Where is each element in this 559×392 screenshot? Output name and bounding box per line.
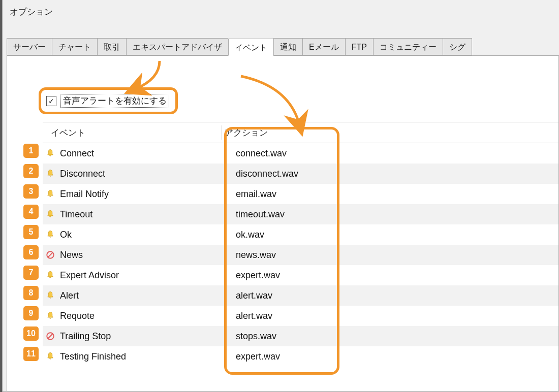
tab-0[interactable]: サーバー bbox=[7, 38, 52, 55]
table-row[interactable]: Trailing Stopstops.wav bbox=[43, 326, 558, 346]
row-icon bbox=[43, 210, 58, 219]
bell-icon bbox=[46, 169, 55, 178]
table-row[interactable]: Okok.wav bbox=[43, 224, 558, 245]
row-event-name: Testing Finished bbox=[58, 351, 222, 362]
bell-icon bbox=[46, 189, 55, 199]
annotation-number: 10 bbox=[23, 326, 39, 341]
row-action-file[interactable]: timeout.wav bbox=[222, 209, 285, 220]
table-row[interactable]: Connectconnect.wav bbox=[43, 143, 558, 164]
tab-9[interactable]: シグ bbox=[443, 38, 472, 55]
row-event-name: Ok bbox=[58, 230, 222, 240]
table-row[interactable]: Timeouttimeout.wav bbox=[43, 204, 558, 224]
bell-icon bbox=[46, 311, 55, 320]
svg-line-1 bbox=[48, 253, 53, 257]
annotation-number: 7 bbox=[23, 266, 39, 280]
table-row[interactable]: Expert Advisorexpert.wav bbox=[43, 265, 558, 285]
tab-events-content: ✓ 音声アラートを有効にする 1234567891011 イベント アクション … bbox=[7, 56, 559, 391]
row-action-file[interactable]: stops.wav bbox=[222, 331, 276, 342]
annotation-number: 1 bbox=[23, 144, 39, 158]
row-action-file[interactable]: news.wav bbox=[222, 250, 276, 260]
row-icon bbox=[43, 189, 58, 199]
bell-icon bbox=[46, 149, 55, 158]
column-separator bbox=[222, 125, 222, 140]
annotation-number: 5 bbox=[23, 225, 39, 239]
table-row[interactable]: Email Notifyemail.wav bbox=[43, 184, 558, 204]
svg-line-3 bbox=[48, 334, 53, 339]
annotation-number: 6 bbox=[23, 245, 39, 259]
annotation-number: 2 bbox=[23, 164, 39, 178]
row-icon bbox=[43, 169, 58, 178]
row-icon bbox=[43, 291, 58, 300]
tab-3[interactable]: エキスパートアドバイザ bbox=[126, 38, 228, 55]
bell-icon bbox=[46, 352, 55, 361]
tab-7[interactable]: FTP bbox=[345, 38, 373, 55]
enable-audio-alerts-checkbox[interactable]: ✓ bbox=[46, 96, 56, 106]
row-icon bbox=[43, 352, 58, 361]
annotation-number: 9 bbox=[23, 306, 39, 320]
window-title: オプション bbox=[3, 0, 559, 23]
row-icon bbox=[43, 149, 58, 158]
table-row[interactable]: Testing Finishedexpert.wav bbox=[43, 346, 558, 367]
row-icon bbox=[43, 332, 58, 341]
enable-audio-alerts-label: 音声アラートを有効にする bbox=[60, 94, 169, 108]
annotation-number: 8 bbox=[23, 286, 39, 300]
row-icon bbox=[43, 311, 58, 320]
disabled-icon bbox=[46, 332, 55, 341]
annotation-numbers: 1234567891011 bbox=[23, 144, 39, 367]
row-action-file[interactable]: email.wav bbox=[222, 189, 276, 200]
row-action-file[interactable]: disconnect.wav bbox=[222, 169, 298, 179]
row-action-file[interactable]: expert.wav bbox=[222, 270, 280, 281]
tab-4[interactable]: イベント bbox=[228, 39, 273, 56]
disabled-icon bbox=[46, 250, 55, 259]
tab-8[interactable]: コミュニティー bbox=[373, 38, 443, 55]
row-action-file[interactable]: connect.wav bbox=[222, 148, 287, 159]
tab-5[interactable]: 通知 bbox=[273, 38, 302, 55]
annotation-number: 3 bbox=[23, 184, 39, 199]
table-row[interactable]: Alertalert.wav bbox=[43, 285, 558, 306]
table-row[interactable]: Newsnews.wav bbox=[43, 245, 558, 265]
bell-icon bbox=[46, 271, 55, 280]
header-event[interactable]: イベント bbox=[43, 127, 222, 139]
enable-audio-alerts-callout: ✓ 音声アラートを有効にする bbox=[39, 87, 178, 114]
row-event-name: Connect bbox=[58, 148, 222, 159]
bell-icon bbox=[46, 291, 55, 300]
row-icon bbox=[43, 250, 58, 259]
row-event-name: Email Notify bbox=[58, 189, 222, 200]
row-icon bbox=[43, 230, 58, 239]
row-event-name: Disconnect bbox=[58, 169, 222, 179]
row-action-file[interactable]: expert.wav bbox=[222, 351, 280, 362]
table-row[interactable]: Disconnectdisconnect.wav bbox=[43, 164, 558, 184]
row-icon bbox=[43, 271, 58, 280]
table-body: Connectconnect.wavDisconnectdisconnect.w… bbox=[43, 143, 558, 367]
header-action[interactable]: アクション bbox=[222, 127, 268, 139]
row-event-name: Alert bbox=[58, 290, 222, 301]
table-header: イベント アクション bbox=[43, 122, 558, 143]
tab-1[interactable]: チャート bbox=[52, 38, 97, 55]
table-row[interactable]: Requotealert.wav bbox=[43, 306, 558, 326]
tab-2[interactable]: 取引 bbox=[97, 38, 126, 55]
row-event-name: Timeout bbox=[58, 209, 222, 220]
options-window: オプション サーバーチャート取引エキスパートアドバイザイベント通知EメールFTP… bbox=[2, 0, 559, 392]
tab-strip: サーバーチャート取引エキスパートアドバイザイベント通知EメールFTPコミュニティ… bbox=[7, 38, 559, 56]
bell-icon bbox=[46, 230, 55, 239]
annotation-number: 4 bbox=[23, 205, 39, 219]
events-table: イベント アクション Connectconnect.wavDisconnectd… bbox=[43, 122, 558, 391]
tab-6[interactable]: Eメール bbox=[302, 38, 345, 55]
row-action-file[interactable]: ok.wav bbox=[222, 230, 264, 240]
annotation-number: 11 bbox=[23, 347, 39, 361]
bell-icon bbox=[46, 210, 55, 219]
row-event-name: Expert Advisor bbox=[58, 270, 222, 281]
row-action-file[interactable]: alert.wav bbox=[222, 290, 272, 301]
row-action-file[interactable]: alert.wav bbox=[222, 311, 272, 321]
row-event-name: Requote bbox=[58, 311, 222, 321]
row-event-name: News bbox=[58, 250, 222, 260]
row-event-name: Trailing Stop bbox=[58, 331, 222, 342]
